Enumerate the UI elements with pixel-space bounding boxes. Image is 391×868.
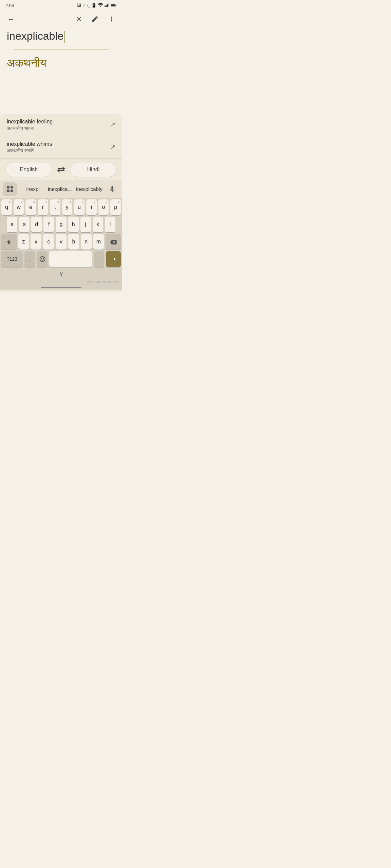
- translation-result-area: अकथनीय: [0, 50, 122, 73]
- svg-rect-1: [106, 5, 107, 7]
- suggestion-2-en: inexplicable whims: [7, 141, 110, 147]
- key-z[interactable]: z: [18, 234, 29, 250]
- key-o[interactable]: o9: [98, 199, 109, 215]
- more-button[interactable]: [105, 12, 118, 26]
- key-q[interactable]: q1: [1, 199, 12, 215]
- svg-rect-6: [111, 4, 115, 6]
- enter-button[interactable]: [106, 251, 121, 267]
- delete-button[interactable]: [106, 234, 121, 250]
- keyboard: q1 w2 e3 r4 t5 y6 u7 i8 o9 p0 a s d f g …: [0, 198, 122, 279]
- svg-rect-0: [105, 5, 106, 7]
- key-r[interactable]: r4: [38, 199, 48, 215]
- key-i[interactable]: i8: [86, 199, 97, 215]
- key-s[interactable]: s: [19, 217, 30, 232]
- key-a[interactable]: a: [7, 217, 17, 232]
- terminal-icon: ›_: [87, 4, 90, 7]
- key-y[interactable]: y6: [62, 199, 73, 215]
- collapse-keyboard-area: ∨: [1, 269, 121, 279]
- key-m[interactable]: m: [93, 234, 104, 250]
- key-l[interactable]: l: [105, 217, 115, 232]
- keyboard-suggestions-row: inexpl inexplicable inexplicably: [0, 180, 122, 198]
- check-icon: ✓: [82, 3, 86, 8]
- space-button[interactable]: [49, 251, 92, 267]
- clear-button[interactable]: [72, 12, 86, 26]
- keyboard-row-1: q1 w2 e3 r4 t5 y6 u7 i8 o9 p0: [1, 199, 121, 215]
- battery-icon: [111, 3, 117, 8]
- pen-button[interactable]: [88, 12, 102, 26]
- language-swap-button[interactable]: [55, 163, 67, 176]
- grid-icon: [7, 186, 13, 192]
- suggestion-item-2[interactable]: inexplicable whims अकथनीय सनकें ↙: [0, 136, 122, 159]
- period-button[interactable]: .: [94, 251, 104, 267]
- key-d[interactable]: d: [31, 217, 42, 232]
- signal-icon: [105, 3, 109, 8]
- key-k[interactable]: k: [93, 217, 103, 232]
- key-b[interactable]: b: [68, 234, 79, 250]
- key-c[interactable]: c: [43, 234, 54, 250]
- svg-rect-2: [107, 4, 108, 7]
- bottom-handle: [41, 287, 81, 288]
- emoji-button[interactable]: [37, 251, 48, 267]
- key-j[interactable]: j: [80, 217, 91, 232]
- suggestion-2-arrow: ↙: [110, 143, 115, 151]
- suggestion-word-3[interactable]: inexplicably: [75, 185, 103, 193]
- key-n[interactable]: n: [81, 234, 92, 250]
- source-text[interactable]: inexplicable: [7, 30, 115, 46]
- suggestion-word-1[interactable]: inexpl: [19, 185, 47, 193]
- target-language-button[interactable]: Hindi: [70, 162, 117, 177]
- suggestions-panel: inexplicable feeling अकथनीय भावना ↙ inex…: [0, 114, 122, 292]
- keyboard-row-4: ?123 , .: [1, 251, 121, 267]
- key-f[interactable]: f: [43, 217, 54, 232]
- suggestion-text-1: inexplicable feeling अकथनीय भावना: [7, 119, 110, 131]
- suggestion-word-2[interactable]: inexplicable: [47, 185, 75, 193]
- key-w[interactable]: w2: [14, 199, 24, 215]
- mic-button[interactable]: [105, 182, 119, 196]
- key-x[interactable]: x: [31, 234, 41, 250]
- keyboard-grid-button[interactable]: [3, 182, 17, 196]
- key-e[interactable]: e3: [25, 199, 36, 215]
- suggestion-1-hi: अकथनीय भावना: [7, 125, 110, 131]
- suggestion-1-arrow: ↙: [110, 121, 115, 129]
- key-u[interactable]: u7: [74, 199, 85, 215]
- key-v[interactable]: v: [56, 234, 67, 250]
- vibrate-icon: 📳: [91, 3, 96, 8]
- keyboard-row-2: a s d f g h j k l: [1, 217, 121, 232]
- bottom-bar: [0, 284, 122, 290]
- watermark: ANDROID AUTHORITY: [0, 279, 122, 284]
- suggestion-item-1[interactable]: inexplicable feeling अकथनीय भावना ↙: [0, 114, 122, 136]
- shift-button[interactable]: [1, 234, 17, 250]
- svg-rect-3: [108, 3, 109, 7]
- wifi-icon: [98, 3, 103, 8]
- key-g[interactable]: g: [56, 217, 66, 232]
- suggestion-2-hi: अकथनीय सनकें: [7, 148, 110, 154]
- key-t[interactable]: t5: [50, 199, 60, 215]
- suggestion-text-2: inexplicable whims अकथनीय सनकें: [7, 141, 110, 154]
- source-language-button[interactable]: English: [5, 162, 52, 177]
- key-p[interactable]: p0: [110, 199, 121, 215]
- back-button[interactable]: ←: [4, 12, 18, 26]
- translation-result: अकथनीय: [7, 50, 115, 73]
- collapse-keyboard-button[interactable]: ∨: [59, 270, 63, 277]
- key-h[interactable]: h: [68, 217, 79, 232]
- suggestion-1-en: inexplicable feeling: [7, 119, 110, 125]
- photo-icon: 🖼: [77, 3, 81, 8]
- translation-area: inexplicable: [0, 28, 122, 49]
- keyboard-row-3: z x c v b n m: [1, 234, 121, 250]
- language-selector: English Hindi: [0, 159, 122, 180]
- svg-rect-5: [116, 4, 116, 5]
- comma-button[interactable]: ,: [24, 251, 35, 267]
- status-icons: 🖼 ✓ ›_ 📳: [77, 3, 117, 8]
- status-time: 2:04: [5, 3, 14, 8]
- suggestion-words: inexpl inexplicable inexplicably: [19, 185, 103, 193]
- symbols-button[interactable]: ?123: [1, 251, 23, 267]
- status-bar: 2:04 🖼 ✓ ›_ 📳: [0, 0, 122, 9]
- toolbar: ←: [0, 9, 122, 28]
